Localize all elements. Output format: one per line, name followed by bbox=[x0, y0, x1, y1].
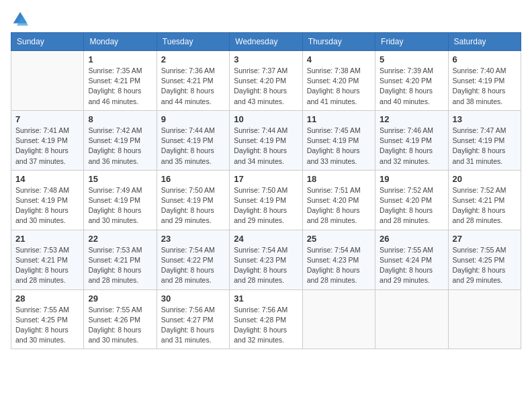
calendar-cell bbox=[11, 51, 84, 111]
day-info: Sunrise: 7:47 AMSunset: 4:19 PMDaylight:… bbox=[453, 126, 517, 167]
day-number: 24 bbox=[234, 234, 298, 244]
day-number: 27 bbox=[453, 234, 517, 244]
day-number: 4 bbox=[307, 54, 371, 64]
day-info: Sunrise: 7:42 AMSunset: 4:19 PMDaylight:… bbox=[88, 126, 152, 167]
weekday-header-monday: Monday bbox=[84, 33, 157, 51]
calendar-cell: 18Sunrise: 7:51 AMSunset: 4:20 PMDayligh… bbox=[302, 170, 375, 230]
day-number: 29 bbox=[88, 293, 152, 304]
day-number: 7 bbox=[15, 114, 79, 124]
day-number: 9 bbox=[161, 114, 225, 124]
day-info: Sunrise: 7:36 AMSunset: 4:21 PMDaylight:… bbox=[161, 66, 225, 107]
weekday-header-friday: Friday bbox=[375, 33, 448, 51]
day-number: 21 bbox=[15, 234, 79, 244]
calendar-cell: 1Sunrise: 7:35 AMSunset: 4:21 PMDaylight… bbox=[84, 51, 157, 111]
day-number: 23 bbox=[161, 234, 225, 244]
day-info: Sunrise: 7:41 AMSunset: 4:19 PMDaylight:… bbox=[15, 126, 79, 167]
weekday-header-tuesday: Tuesday bbox=[157, 33, 229, 51]
day-number: 19 bbox=[380, 174, 443, 184]
day-info: Sunrise: 7:53 AMSunset: 4:21 PMDaylight:… bbox=[88, 245, 152, 286]
weekday-header-sunday: Sunday bbox=[11, 33, 84, 51]
logo bbox=[11, 11, 32, 27]
day-info: Sunrise: 7:55 AMSunset: 4:26 PMDaylight:… bbox=[88, 305, 152, 346]
calendar-cell: 28Sunrise: 7:55 AMSunset: 4:25 PMDayligh… bbox=[11, 289, 84, 349]
calendar-cell bbox=[448, 289, 521, 349]
calendar-cell: 24Sunrise: 7:54 AMSunset: 4:23 PMDayligh… bbox=[230, 230, 302, 289]
day-info: Sunrise: 7:44 AMSunset: 4:19 PMDaylight:… bbox=[161, 126, 225, 167]
day-number: 13 bbox=[453, 114, 517, 124]
day-number: 16 bbox=[161, 174, 225, 184]
day-number: 8 bbox=[88, 114, 152, 124]
day-number: 3 bbox=[234, 54, 298, 64]
day-info: Sunrise: 7:53 AMSunset: 4:21 PMDaylight:… bbox=[15, 245, 79, 286]
day-number: 14 bbox=[15, 174, 79, 184]
day-number: 22 bbox=[88, 234, 152, 244]
calendar-cell: 26Sunrise: 7:55 AMSunset: 4:24 PMDayligh… bbox=[375, 230, 448, 289]
day-info: Sunrise: 7:52 AMSunset: 4:20 PMDaylight:… bbox=[380, 185, 443, 226]
day-info: Sunrise: 7:50 AMSunset: 4:19 PMDaylight:… bbox=[234, 185, 298, 226]
calendar-cell: 25Sunrise: 7:54 AMSunset: 4:23 PMDayligh… bbox=[302, 230, 375, 289]
day-info: Sunrise: 7:50 AMSunset: 4:19 PMDaylight:… bbox=[161, 185, 225, 226]
day-number: 30 bbox=[161, 293, 225, 304]
calendar-cell: 22Sunrise: 7:53 AMSunset: 4:21 PMDayligh… bbox=[84, 230, 157, 289]
calendar-cell: 31Sunrise: 7:56 AMSunset: 4:28 PMDayligh… bbox=[230, 289, 302, 349]
day-info: Sunrise: 7:38 AMSunset: 4:20 PMDaylight:… bbox=[307, 66, 371, 107]
logo-icon bbox=[11, 11, 30, 27]
calendar-cell: 10Sunrise: 7:44 AMSunset: 4:19 PMDayligh… bbox=[230, 110, 302, 170]
day-info: Sunrise: 7:40 AMSunset: 4:19 PMDaylight:… bbox=[453, 66, 517, 107]
calendar-cell: 2Sunrise: 7:36 AMSunset: 4:21 PMDaylight… bbox=[157, 51, 229, 111]
calendar-cell: 15Sunrise: 7:49 AMSunset: 4:19 PMDayligh… bbox=[84, 170, 157, 230]
calendar-cell: 13Sunrise: 7:47 AMSunset: 4:19 PMDayligh… bbox=[448, 110, 521, 170]
day-number: 5 bbox=[380, 54, 443, 64]
day-number: 2 bbox=[161, 54, 225, 64]
calendar-cell: 23Sunrise: 7:54 AMSunset: 4:22 PMDayligh… bbox=[157, 230, 229, 289]
day-number: 18 bbox=[307, 174, 371, 184]
day-info: Sunrise: 7:55 AMSunset: 4:24 PMDaylight:… bbox=[380, 245, 443, 286]
calendar-header-row: SundayMondayTuesdayWednesdayThursdayFrid… bbox=[11, 33, 521, 51]
day-info: Sunrise: 7:35 AMSunset: 4:21 PMDaylight:… bbox=[88, 66, 152, 107]
calendar-cell: 3Sunrise: 7:37 AMSunset: 4:20 PMDaylight… bbox=[230, 51, 302, 111]
calendar-cell: 11Sunrise: 7:45 AMSunset: 4:19 PMDayligh… bbox=[302, 110, 375, 170]
calendar-cell: 8Sunrise: 7:42 AMSunset: 4:19 PMDaylight… bbox=[84, 110, 157, 170]
day-number: 11 bbox=[307, 114, 371, 124]
day-info: Sunrise: 7:56 AMSunset: 4:28 PMDaylight:… bbox=[234, 305, 298, 346]
day-number: 20 bbox=[453, 174, 517, 184]
day-number: 6 bbox=[453, 54, 517, 64]
calendar-table: SundayMondayTuesdayWednesdayThursdayFrid… bbox=[11, 32, 521, 349]
weekday-header-thursday: Thursday bbox=[302, 33, 375, 51]
day-number: 12 bbox=[380, 114, 443, 124]
day-info: Sunrise: 7:54 AMSunset: 4:23 PMDaylight:… bbox=[234, 245, 298, 286]
calendar-cell: 9Sunrise: 7:44 AMSunset: 4:19 PMDaylight… bbox=[157, 110, 229, 170]
calendar-cell: 5Sunrise: 7:39 AMSunset: 4:20 PMDaylight… bbox=[375, 51, 448, 111]
weekday-header-saturday: Saturday bbox=[448, 33, 521, 51]
day-number: 17 bbox=[234, 174, 298, 184]
calendar-week-row: 1Sunrise: 7:35 AMSunset: 4:21 PMDaylight… bbox=[11, 51, 521, 111]
calendar-cell: 16Sunrise: 7:50 AMSunset: 4:19 PMDayligh… bbox=[157, 170, 229, 230]
day-number: 31 bbox=[234, 293, 298, 304]
day-info: Sunrise: 7:51 AMSunset: 4:20 PMDaylight:… bbox=[307, 185, 371, 226]
day-number: 28 bbox=[15, 293, 79, 304]
day-info: Sunrise: 7:39 AMSunset: 4:20 PMDaylight:… bbox=[380, 66, 443, 107]
day-info: Sunrise: 7:44 AMSunset: 4:19 PMDaylight:… bbox=[234, 126, 298, 167]
calendar-cell: 19Sunrise: 7:52 AMSunset: 4:20 PMDayligh… bbox=[375, 170, 448, 230]
calendar-cell: 20Sunrise: 7:52 AMSunset: 4:21 PMDayligh… bbox=[448, 170, 521, 230]
day-number: 25 bbox=[307, 234, 371, 244]
calendar-cell: 14Sunrise: 7:48 AMSunset: 4:19 PMDayligh… bbox=[11, 170, 84, 230]
calendar-week-row: 28Sunrise: 7:55 AMSunset: 4:25 PMDayligh… bbox=[11, 289, 521, 349]
day-number: 15 bbox=[88, 174, 152, 184]
day-number: 26 bbox=[380, 234, 443, 244]
calendar-week-row: 7Sunrise: 7:41 AMSunset: 4:19 PMDaylight… bbox=[11, 110, 521, 170]
day-info: Sunrise: 7:37 AMSunset: 4:20 PMDaylight:… bbox=[234, 66, 298, 107]
calendar-cell: 12Sunrise: 7:46 AMSunset: 4:19 PMDayligh… bbox=[375, 110, 448, 170]
day-info: Sunrise: 7:54 AMSunset: 4:23 PMDaylight:… bbox=[307, 245, 371, 286]
day-number: 10 bbox=[234, 114, 298, 124]
day-info: Sunrise: 7:55 AMSunset: 4:25 PMDaylight:… bbox=[453, 245, 517, 286]
day-info: Sunrise: 7:55 AMSunset: 4:25 PMDaylight:… bbox=[15, 305, 79, 346]
day-info: Sunrise: 7:54 AMSunset: 4:22 PMDaylight:… bbox=[161, 245, 225, 286]
weekday-header-wednesday: Wednesday bbox=[230, 33, 302, 51]
day-info: Sunrise: 7:56 AMSunset: 4:27 PMDaylight:… bbox=[161, 305, 225, 346]
day-info: Sunrise: 7:48 AMSunset: 4:19 PMDaylight:… bbox=[15, 185, 79, 226]
calendar-cell: 30Sunrise: 7:56 AMSunset: 4:27 PMDayligh… bbox=[157, 289, 229, 349]
calendar-cell: 21Sunrise: 7:53 AMSunset: 4:21 PMDayligh… bbox=[11, 230, 84, 289]
calendar-cell: 29Sunrise: 7:55 AMSunset: 4:26 PMDayligh… bbox=[84, 289, 157, 349]
day-info: Sunrise: 7:52 AMSunset: 4:21 PMDaylight:… bbox=[453, 185, 517, 226]
